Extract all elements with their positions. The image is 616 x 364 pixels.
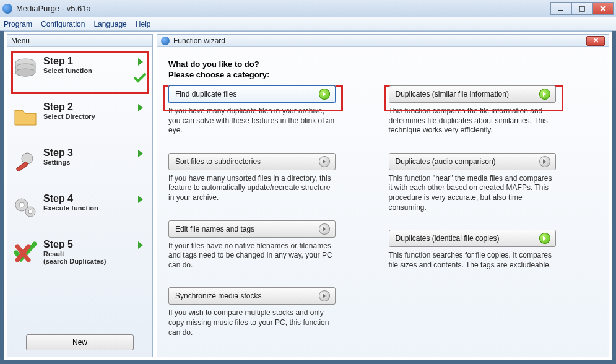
option-label: Duplicates (audio comparison) (396, 157, 496, 166)
window-title: MediaPurge - v5.61a (16, 4, 91, 13)
svg-point-6 (15, 69, 35, 76)
arrow-circle-icon (319, 290, 330, 301)
step-3[interactable]: Step 3 Settings (10, 141, 150, 187)
sidebar-header: Menu (7, 35, 152, 47)
option-sort-files[interactable]: Sort files to subdirectories (168, 153, 336, 170)
option-label: Sort files to subdirectories (175, 157, 261, 166)
arrow-right-icon (136, 149, 146, 160)
option-label: Duplicates (similar file information) (396, 90, 509, 98)
arrow-right-icon (136, 240, 146, 252)
step-subtitle: Select function (43, 67, 146, 74)
check-icon (134, 73, 146, 85)
svg-point-10 (19, 202, 24, 207)
option-duplicates-similar-info[interactable]: Duplicates (similar file information) (389, 85, 556, 103)
option-edit-filenames[interactable]: Edit file names and tags (168, 220, 336, 238)
step-title: Step 4 (43, 193, 146, 204)
wizard-right-column: Duplicates (similar file information) Th… (389, 59, 598, 355)
wizard-close-button[interactable]: ✕ (586, 36, 605, 46)
titlebar: MediaPurge - v5.61a (0, 0, 616, 17)
menu-language[interactable]: Language (93, 20, 126, 28)
client-area: Menu Step 1 Select function (4, 31, 612, 360)
option-description: If your files have no native filenames o… (168, 241, 336, 271)
wizard-header: Function wizard ✕ (157, 35, 609, 47)
svg-point-5 (15, 64, 35, 71)
gears-icon (11, 193, 40, 222)
step-title: Step 1 (43, 56, 146, 67)
function-wizard-panel: Function wizard ✕ What do you like to do… (157, 34, 609, 357)
wizard-title: Function wizard (173, 37, 225, 45)
option-label: Synchronize media stocks (175, 292, 261, 300)
option-duplicates-audio[interactable]: Duplicates (audio comparison) (389, 153, 556, 170)
arrow-right-icon (136, 57, 146, 69)
menu-help[interactable]: Help (136, 20, 151, 28)
database-icon (11, 56, 40, 84)
arrow-right-icon (136, 103, 146, 115)
step-5[interactable]: Step 5 Result (search Duplicates) (10, 233, 150, 279)
app-icon (2, 4, 12, 14)
step-title: Step 5 (43, 239, 146, 250)
option-synchronize-stocks[interactable]: Synchronize media stocks (168, 287, 336, 305)
option-description: This function "hear" the media files and… (389, 174, 556, 212)
option-find-duplicate-files[interactable]: Find duplicate files (168, 85, 336, 103)
app-icon (161, 37, 170, 45)
arrow-right-icon (136, 194, 146, 206)
close-button[interactable] (592, 2, 614, 15)
menu-program[interactable]: Program (4, 20, 32, 28)
maximize-button[interactable] (571, 2, 592, 15)
option-duplicates-identical[interactable]: Duplicates (identical file copies) (389, 230, 556, 247)
wizard-prompt-2: Please choose a category: (168, 70, 378, 79)
new-button[interactable]: New (26, 334, 134, 350)
option-label: Duplicates (identical file copies) (396, 234, 500, 243)
option-description: This function searches for file copies. … (389, 251, 556, 270)
wizard-left-column: What do you like to do? Please choose a … (168, 59, 378, 355)
step-4[interactable]: Step 4 Execute function (10, 187, 150, 233)
option-description: If you wish to compare multiple stocks a… (168, 308, 336, 337)
result-icon (11, 239, 40, 267)
option-description: If you have many unsorted files in a dir… (168, 174, 336, 203)
option-description: This function compares the file informat… (389, 106, 556, 136)
settings-icon (11, 147, 40, 176)
step-subtitle: Result (search Duplicates) (43, 250, 146, 265)
wizard-prompt-1: What do you like to do? (168, 59, 378, 69)
arrow-circle-icon (319, 89, 330, 100)
svg-point-12 (28, 210, 32, 214)
arrow-circle-icon (319, 156, 330, 167)
svg-rect-1 (579, 6, 584, 11)
menubar: Program Configuration Language Help (0, 17, 616, 31)
arrow-circle-icon (539, 156, 550, 167)
menu-configuration[interactable]: Configuration (41, 20, 85, 28)
arrow-circle-icon (539, 89, 550, 100)
option-label: Find duplicate files (175, 90, 236, 98)
arrow-circle-icon (319, 223, 330, 235)
folder-icon (11, 102, 40, 130)
option-description: If you have many duplicate files in your… (168, 106, 336, 136)
step-title: Step 3 (43, 147, 146, 158)
step-subtitle: Settings (43, 158, 146, 166)
step-title: Step 2 (43, 102, 146, 113)
option-label: Edit file names and tags (175, 225, 254, 233)
step-subtitle: Execute function (43, 204, 146, 212)
minimize-button[interactable] (550, 2, 571, 15)
arrow-circle-icon (539, 233, 550, 244)
step-2[interactable]: Step 2 Select Directory (10, 95, 150, 141)
sidebar: Menu Step 1 Select function (7, 34, 153, 357)
step-subtitle: Select Directory (43, 113, 146, 120)
svg-point-4 (15, 59, 35, 66)
step-1[interactable]: Step 1 Select function (10, 50, 150, 95)
svg-rect-8 (16, 162, 28, 171)
